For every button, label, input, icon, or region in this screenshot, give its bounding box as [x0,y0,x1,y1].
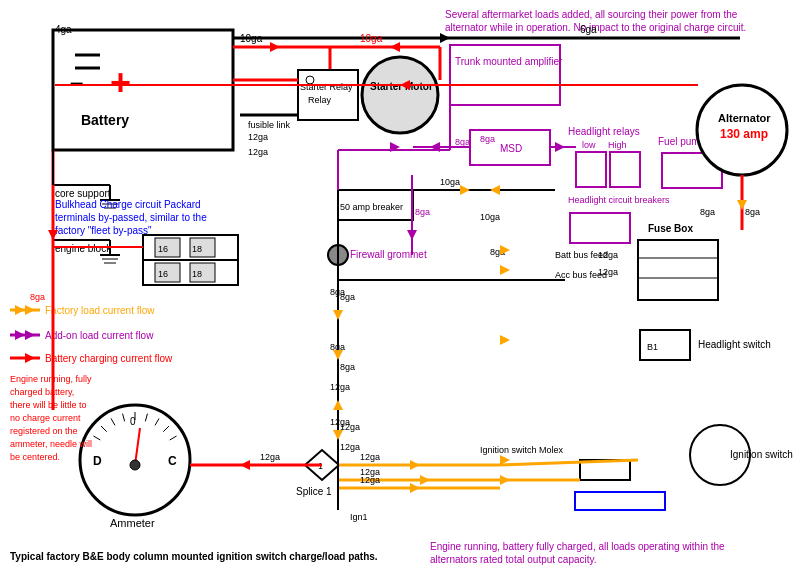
diagram-canvas [0,0,800,582]
